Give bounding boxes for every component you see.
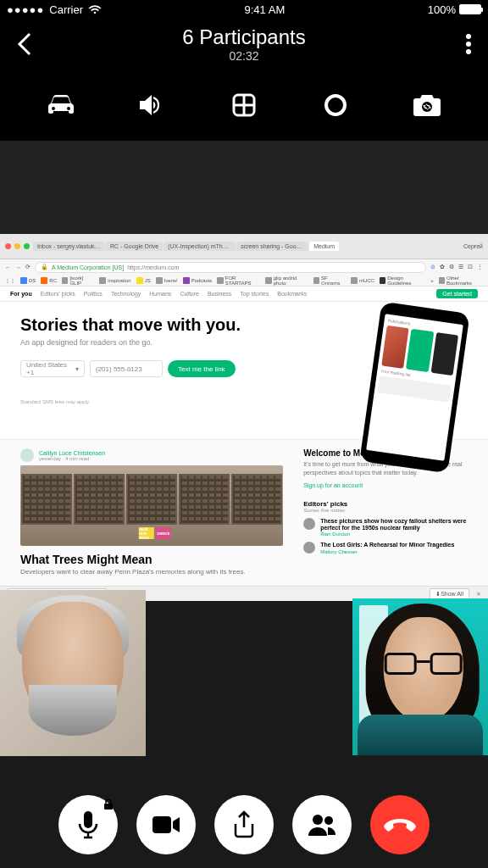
svg-point-7 xyxy=(313,815,323,825)
back-button[interactable] xyxy=(17,32,32,56)
browser-url-bar: ←→⟳ 🔒A Medium Corporation [US]https://me… xyxy=(0,259,488,275)
speaker-button[interactable] xyxy=(137,90,168,120)
end-call-button[interactable] xyxy=(370,795,430,854)
participant-video-1[interactable] xyxy=(0,590,146,756)
more-options-button[interactable] xyxy=(466,34,471,54)
browser-tab-bar: Inbox - sergey.vlastuk@ring… RC - Google… xyxy=(0,234,488,259)
signal-strength: ●●●●● xyxy=(7,3,44,16)
battery-percentage: 100% xyxy=(428,3,456,16)
battery-icon xyxy=(459,4,481,14)
call-duration: 02:32 xyxy=(182,49,305,63)
switch-camera-button[interactable] xyxy=(412,90,442,120)
medium-nav: For you Editors' picks Politics Technolo… xyxy=(0,287,488,302)
text-link-button: Text me the link xyxy=(168,360,236,377)
participants-count: 6 Participants xyxy=(182,25,305,49)
svg-point-3 xyxy=(326,96,345,114)
lock-icon xyxy=(103,798,114,810)
mute-button[interactable] xyxy=(58,795,118,854)
bookmark-bar: ⋮⋮ DS RC [work] GLIP inspiration JS Iven… xyxy=(0,275,488,287)
post-image: SAVE OUR RIGHTGRIEVE xyxy=(20,465,283,546)
participant-video-2[interactable] xyxy=(352,598,488,755)
call-header: 6 Participants 02:32 xyxy=(0,19,488,70)
phone-input: (201) 555-0123 xyxy=(90,360,163,377)
carrier-label: Carrier xyxy=(49,3,83,16)
clock: 9:41 AM xyxy=(245,3,286,16)
video-button[interactable] xyxy=(136,795,196,854)
call-controls xyxy=(0,782,488,868)
author-avatar xyxy=(20,448,34,462)
post-excerpt: Developers want to clear away Penn Plaza… xyxy=(20,568,283,576)
grid-view-button[interactable] xyxy=(229,90,259,120)
driving-mode-button[interactable] xyxy=(46,90,76,120)
call-toolbar xyxy=(0,70,488,141)
record-button[interactable] xyxy=(320,90,351,120)
country-select: United States +1 ▾ xyxy=(20,360,85,377)
svg-rect-6 xyxy=(152,816,171,833)
svg-point-8 xyxy=(324,816,333,825)
wifi-icon xyxy=(88,4,102,14)
screen-share-view[interactable]: Inbox - sergey.vlastuk@ring… RC - Google… xyxy=(0,141,488,590)
svg-rect-4 xyxy=(84,811,92,828)
hero-title: Stories that move with you. xyxy=(20,315,315,335)
share-button[interactable] xyxy=(214,795,274,854)
post-title: What Trees Might Mean xyxy=(20,553,283,566)
svg-rect-5 xyxy=(104,804,113,810)
participants-button[interactable] xyxy=(292,795,352,854)
hero-subtitle: An app designed for readers on the go. xyxy=(20,338,315,347)
phone-mockup: Publications Your reading list xyxy=(332,315,468,426)
status-bar: ●●●●● Carrier 9:41 AM 100% xyxy=(0,0,488,19)
